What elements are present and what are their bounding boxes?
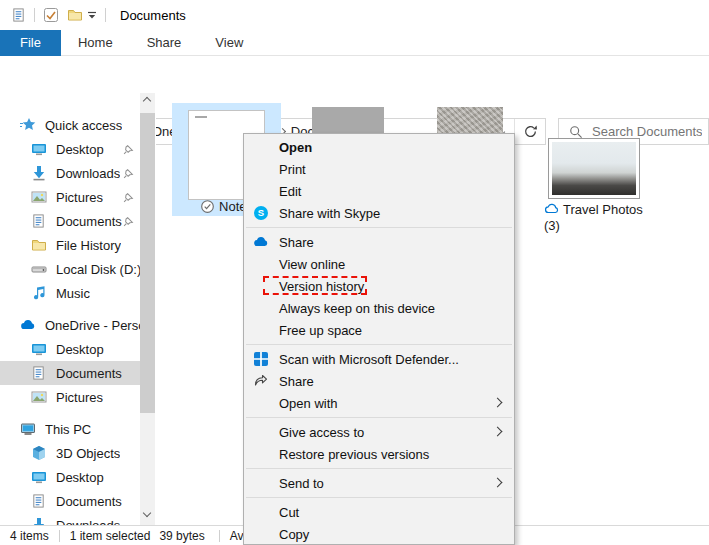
items-count: 4 items [10, 529, 49, 543]
ribbon-tab[interactable]: File [0, 30, 61, 56]
navigation-pane: Quick access Desktop Downloads [0, 93, 156, 525]
search-input[interactable] [592, 124, 702, 139]
share-icon [253, 373, 269, 389]
menu-item[interactable]: Print [244, 158, 514, 180]
sidebar-item-label: Pictures [56, 390, 103, 405]
menu-item-label: Edit [279, 184, 301, 199]
menu-item[interactable]: Share [244, 231, 514, 253]
sidebar-item-label: Desktop [56, 142, 104, 157]
ribbon-tab[interactable]: Share [130, 30, 199, 56]
selection-size: 39 bytes [159, 529, 204, 543]
menu-item[interactable]: Restore previous versions [244, 443, 514, 465]
pin-icon [123, 168, 134, 179]
menu-item-label: Cut [279, 505, 299, 520]
menu-item[interactable]: Free up space [244, 319, 514, 341]
submenu-arrow-icon [493, 478, 503, 488]
sidebar-item-label: File History [56, 238, 121, 253]
folder-tile-travel-photos[interactable] [548, 138, 640, 199]
pin-icon [123, 216, 134, 227]
sidebar-item[interactable]: Music [0, 281, 140, 305]
travel-photos-thumbnail [552, 142, 636, 195]
sidebar-item-label: Desktop [56, 470, 104, 485]
context-menu: Open Print Edit [243, 133, 515, 545]
menu-item[interactable]: View online [244, 253, 514, 275]
sidebar-item[interactable]: OneDrive - Personal [0, 313, 140, 337]
sidebar-item[interactable]: Pictures [0, 185, 140, 209]
ribbon-tab[interactable]: Home [61, 30, 130, 56]
cloud-icon [253, 234, 269, 250]
menu-item[interactable]: S Share with Skype [244, 202, 514, 224]
sidebar-item-label: Documents [56, 214, 122, 229]
sidebar-item[interactable]: Documents [0, 489, 140, 513]
submenu-arrow-icon [493, 398, 503, 408]
sidebar-item-label: 3D Objects [56, 446, 120, 461]
ribbon-tabs: File Home Share View [0, 30, 709, 56]
menu-item-label: View online [279, 257, 345, 272]
file-explorer-window: Documents File Home Share View OneDrive [0, 0, 709, 545]
monitor-icon [31, 141, 47, 157]
sidebar-item[interactable]: 3D Objects [0, 441, 140, 465]
menu-item-label: Give access to [279, 425, 364, 440]
address-bar-row: OneDrive - Personal Documents [0, 56, 709, 93]
sidebar-item[interactable]: Documents [0, 361, 140, 385]
sidebar-item[interactable]: Downloads [0, 513, 140, 525]
download-icon [31, 517, 47, 525]
sidebar-item-label: Quick access [45, 118, 122, 133]
document-icon [31, 365, 47, 381]
skype-icon: S [253, 205, 269, 221]
sidebar-item[interactable]: Desktop [0, 465, 140, 489]
sidebar-item-label: Documents [56, 366, 122, 381]
monitor-icon [31, 469, 47, 485]
sidebar-item-label: Pictures [56, 190, 103, 205]
scroll-down-icon[interactable] [143, 509, 151, 517]
title-bar: Documents [0, 0, 709, 30]
menu-item-label: Free up space [279, 323, 362, 338]
menu-item[interactable]: Send to [244, 472, 514, 494]
sidebar-item[interactable]: This PC [0, 417, 140, 441]
menu-separator [246, 497, 512, 498]
cloud-icon [20, 317, 36, 333]
new-folder-button[interactable] [65, 5, 85, 25]
scroll-up-icon[interactable] [143, 97, 151, 105]
menu-item-label: Share [279, 235, 314, 250]
menu-separator [246, 227, 512, 228]
sidebar-item[interactable]: Desktop [0, 337, 140, 361]
sidebar-item[interactable]: File History [0, 233, 140, 257]
search-icon [569, 125, 583, 139]
ribbon-tab[interactable]: View [198, 30, 260, 56]
pc-icon [20, 421, 36, 437]
menu-item[interactable]: Share [244, 370, 514, 392]
menu-item[interactable]: Give access to [244, 421, 514, 443]
sidebar-item[interactable]: Documents [0, 209, 140, 233]
document-icon [31, 213, 47, 229]
explorer-icon[interactable] [8, 5, 28, 25]
menu-separator [246, 468, 512, 469]
sidebar-item[interactable]: Quick access [0, 113, 140, 137]
scrollbar-thumb[interactable] [140, 113, 155, 413]
menu-item[interactable]: Cut [244, 501, 514, 523]
menu-item-label: Copy [279, 527, 309, 542]
menu-item[interactable]: Always keep on this device [244, 297, 514, 319]
sidebar-item[interactable]: Downloads [0, 161, 140, 185]
menu-item-label: Version history [279, 279, 364, 294]
menu-item-label: Print [279, 162, 306, 177]
menu-item[interactable]: Edit [244, 180, 514, 202]
properties-button[interactable] [41, 5, 61, 25]
toolbar-separator [34, 8, 35, 22]
sidebar-item[interactable]: Pictures [0, 385, 140, 409]
menu-item[interactable]: Scan with Microsoft Defender... [244, 348, 514, 370]
monitor-icon [31, 341, 47, 357]
cloud-status-icon [544, 201, 560, 217]
document-icon [31, 493, 47, 509]
menu-item[interactable]: Open with [244, 392, 514, 414]
menu-item[interactable]: Version history [244, 275, 514, 297]
customize-toolbar-button[interactable] [85, 5, 99, 25]
sidebar-item[interactable]: Local Disk (D:) [0, 257, 140, 281]
sidebar-item[interactable]: Desktop [0, 137, 140, 161]
selection-info: 1 item selected [70, 529, 151, 543]
menu-item-label: Scan with Microsoft Defender... [279, 352, 459, 367]
menu-item[interactable]: Copy [244, 523, 514, 545]
menu-item[interactable]: Open [244, 136, 514, 158]
sidebar-scrollbar[interactable] [140, 93, 155, 525]
refresh-button[interactable] [515, 119, 545, 144]
